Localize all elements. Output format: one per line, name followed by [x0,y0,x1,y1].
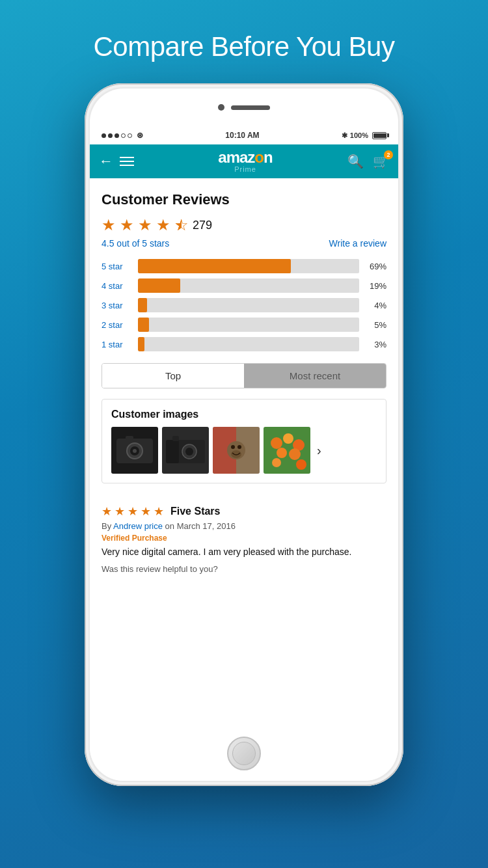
bar-row-2: 2 star 5% [102,318,386,332]
phone-inner: ⊛ 10:10 AM ✱ 100% ← amazon Prime [90,88,398,781]
bar-fill-2 [138,318,149,332]
review-star-3: ★ [128,504,138,519]
dot-1 [102,133,106,138]
bar-label-1[interactable]: 1 star [102,340,131,349]
svg-point-16 [231,445,235,449]
hamburger-menu[interactable] [120,157,134,166]
bar-pct-1: 3% [366,340,386,349]
phone-speaker [231,105,270,110]
section-title: Customer Reviews [102,191,386,208]
status-left: ⊛ [102,131,143,140]
bar-pct-3: 4% [366,301,386,310]
amazon-logo: amazon Prime [143,150,347,173]
bar-fill-4 [138,278,180,293]
bar-row-1: 1 star 3% [102,337,386,351]
star-2: ★ [120,216,134,234]
status-bar: ⊛ 10:10 AM ✱ 100% [90,126,398,144]
star-4: ★ [156,216,170,234]
bar-label-5[interactable]: 5 star [102,262,131,271]
images-row: › [111,427,377,474]
bar-track-1 [138,337,359,351]
bar-row-5: 5 star 69% [102,259,386,273]
customer-image-4[interactable] [264,427,310,474]
rating-text[interactable]: 4.5 out of 5 stars [102,238,169,249]
customer-image-2[interactable] [162,427,209,474]
review-count: 279 [193,219,212,232]
review-stars: ★ ★ ★ ★ ★ Five Stars [102,504,386,519]
review-star-4: ★ [141,504,151,519]
images-chevron-icon[interactable]: › [317,443,321,458]
customer-image-3[interactable] [213,427,260,474]
dot-2 [108,133,113,138]
bar-label-3[interactable]: 3 star [102,301,131,310]
home-button-inner [232,742,256,765]
battery-icon [372,132,386,139]
bar-fill-3 [138,298,147,312]
page-headline: Compare Before You Buy [94,31,395,62]
customer-images-section: Customer images [102,399,386,483]
svg-point-15 [231,450,241,458]
dot-5 [128,133,132,138]
review-star-1: ★ [102,504,112,519]
phone-camera [218,104,224,111]
svg-point-23 [289,448,301,460]
review-item: ★ ★ ★ ★ ★ Five Stars By Andrew price on … [102,495,386,574]
svg-rect-11 [172,436,179,441]
review-tabs: Top Most recent [102,363,386,388]
review-body: Very nice digital camera. I am very plea… [102,545,386,559]
review-star-2: ★ [115,504,125,519]
status-time: 10:10 AM [225,131,259,140]
rating-text-row: 4.5 out of 5 stars Write a review [102,238,386,249]
svg-point-22 [277,448,287,458]
bar-track-5 [138,259,359,273]
wifi-icon: ⊛ [137,131,143,140]
review-author-row: By Andrew price on March 17, 2016 [102,521,386,531]
bar-fill-1 [138,337,144,351]
helpful-text: Was this review helpful to you? [102,564,386,574]
screen-content: Customer Reviews ★ ★ ★ ★ ★☆ 279 4.5 out … [90,178,398,781]
dot-3 [115,133,119,138]
svg-point-20 [283,433,293,444]
write-review-button[interactable]: Write a review [329,238,386,249]
bar-track-3 [138,298,359,312]
home-button[interactable] [227,737,261,770]
signal-dots [102,133,132,138]
author-name[interactable]: Andrew price [113,521,163,531]
dot-4 [121,133,126,138]
bar-pct-2: 5% [366,320,386,330]
star-3: ★ [138,216,152,234]
svg-rect-8 [166,440,179,463]
back-button[interactable]: ← [99,153,113,170]
svg-point-4 [133,449,137,453]
cart-icon[interactable]: 🛒 2 [373,154,389,169]
tab-most-recent[interactable]: Most recent [244,364,386,388]
nav-icons: 🔍 🛒 2 [347,154,389,169]
bar-fill-5 [138,259,291,273]
phone-shell: ⊛ 10:10 AM ✱ 100% ← amazon Prime [85,83,403,786]
author-suffix: on March 17, 2016 [163,521,236,531]
svg-point-25 [296,459,306,470]
battery-pct-label: 100% [350,131,368,139]
bar-pct-4: 19% [366,281,386,291]
review-title: Five Stars [170,506,220,517]
bluetooth-icon: ✱ [342,131,347,140]
verified-badge: Verified Purchase [102,534,386,543]
svg-point-17 [237,445,241,449]
customer-image-1[interactable] [111,427,158,474]
svg-point-10 [185,448,193,455]
svg-point-19 [271,437,282,449]
prime-label: Prime [234,165,256,173]
cart-badge: 2 [384,150,393,159]
status-right: ✱ 100% [342,131,386,140]
search-icon[interactable]: 🔍 [347,154,364,169]
bar-track-4 [138,278,359,293]
bar-label-2[interactable]: 2 star [102,320,131,330]
bar-row-4: 4 star 19% [102,278,386,293]
bar-pct-5: 69% [366,262,386,271]
svg-rect-5 [126,436,133,440]
amazon-nav: ← amazon Prime 🔍 🛒 2 [90,144,398,178]
star-1: ★ [102,216,116,234]
author-prefix: By [102,521,113,531]
bar-label-4[interactable]: 4 star [102,281,131,291]
tab-top[interactable]: Top [102,364,244,388]
